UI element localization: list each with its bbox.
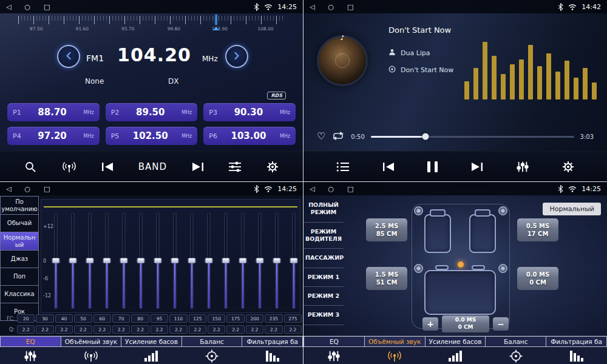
playlist-icon[interactable] xyxy=(336,161,350,172)
radio-preset-P4[interactable]: P497.20MHz xyxy=(7,127,100,145)
tab-eq-sliders[interactable]: EQ xyxy=(0,336,61,347)
tab-filter-bars[interactable]: Фильтрация ба xyxy=(546,336,607,347)
bass-boost-icon[interactable] xyxy=(425,350,486,362)
eq-slider-knob[interactable] xyxy=(69,258,77,263)
balance-target-icon[interactable] xyxy=(486,349,546,363)
eq-band-slider[interactable] xyxy=(154,213,162,309)
surround-mode-item[interactable]: РЕЖИМ 3 xyxy=(304,306,344,325)
prev-track-icon[interactable] xyxy=(101,162,114,172)
surround-mode-item[interactable]: ПОЛНЫЙ РЕЖИМ xyxy=(304,196,344,223)
eq-band-slider[interactable] xyxy=(171,213,179,309)
tab-bass-boost[interactable]: Усиление басов xyxy=(121,336,182,347)
eq-preset-item[interactable]: Поп xyxy=(0,268,39,286)
speaker-icon[interactable] xyxy=(498,206,507,215)
surround-mode-item[interactable]: РЕЖИМ 2 xyxy=(304,287,344,306)
band-button[interactable]: BAND xyxy=(138,161,167,172)
home-icon[interactable]: ○ xyxy=(24,3,30,11)
radio-broadcast-icon[interactable] xyxy=(61,161,77,173)
tab-balance-target[interactable]: Баланс xyxy=(486,336,546,347)
eq-slider-knob[interactable] xyxy=(154,258,162,263)
tab-surround-broadcast[interactable]: Объёмный звук xyxy=(61,336,122,347)
eq-slider-knob[interactable] xyxy=(222,258,230,263)
surround-broadcast-icon[interactable] xyxy=(61,350,121,362)
prev-track-icon[interactable] xyxy=(382,162,395,172)
surround-mode-item[interactable]: ПАССАЖИР xyxy=(304,249,344,268)
tab-filter-bars[interactable]: Фильтрация ба xyxy=(242,336,303,347)
eq-band-slider[interactable] xyxy=(86,213,94,309)
recents-icon[interactable]: □ xyxy=(44,3,50,11)
speaker-icon[interactable] xyxy=(498,264,507,273)
balance-target-icon[interactable] xyxy=(181,349,242,363)
increase-delay-button[interactable]: + xyxy=(422,317,438,331)
tab-bass-boost[interactable]: Усиление басов xyxy=(426,336,486,347)
search-icon[interactable] xyxy=(24,161,36,173)
pause-button[interactable] xyxy=(427,161,438,172)
settings-gear-icon[interactable] xyxy=(562,161,574,173)
tab-eq-sliders[interactable]: EQ xyxy=(304,336,365,347)
seek-down-button[interactable] xyxy=(57,45,80,68)
eq-sliders-icon[interactable] xyxy=(304,350,364,362)
radio-preset-P1[interactable]: P188.70MHz xyxy=(7,103,100,121)
back-icon[interactable]: ◁ xyxy=(310,185,314,193)
recents-icon[interactable]: □ xyxy=(347,3,353,11)
delay-front-right[interactable]: 0.5 MS 17 CM xyxy=(517,218,558,241)
eq-preset-item[interactable]: Нормальный xyxy=(0,232,39,251)
eq-sliders-icon[interactable] xyxy=(228,161,242,172)
eq-slider-knob[interactable] xyxy=(256,258,264,263)
eq-slider-knob[interactable] xyxy=(103,258,111,263)
back-icon[interactable]: ◁ xyxy=(310,3,314,11)
recents-icon[interactable]: □ xyxy=(347,185,353,193)
eq-slider-knob[interactable] xyxy=(137,258,145,263)
radio-preset-P5[interactable]: P5102.50MHz xyxy=(106,127,198,145)
eq-sliders-icon[interactable] xyxy=(0,350,61,362)
vertical-sliders-icon[interactable] xyxy=(516,161,529,173)
delay-front-left[interactable]: 2.5 MS 85 CM xyxy=(366,218,407,241)
eq-slider-knob[interactable] xyxy=(273,258,281,263)
speaker-icon[interactable] xyxy=(414,264,423,273)
seek-up-button[interactable] xyxy=(225,45,248,68)
eq-slider-knob[interactable] xyxy=(86,258,94,263)
speaker-icon[interactable] xyxy=(414,206,423,215)
next-track-icon[interactable] xyxy=(471,162,483,172)
tab-balance-target[interactable]: Баланс xyxy=(182,336,243,347)
eq-band-slider[interactable] xyxy=(239,213,247,309)
eq-band-slider[interactable] xyxy=(256,213,264,309)
tuner-scale[interactable]: 87.5091.6095.7099.80103.90108.00 xyxy=(18,16,285,39)
eq-preset-item[interactable]: Обычай xyxy=(0,215,39,232)
surround-mode-item[interactable]: РЕЖИМ 1 xyxy=(304,268,344,287)
delay-rear-left[interactable]: 1.5 MS 51 CM xyxy=(366,267,407,290)
radio-preset-P3[interactable]: P390.30MHz xyxy=(203,103,296,121)
profile-button[interactable]: Нормальный xyxy=(543,203,601,215)
radio-preset-P2[interactable]: P289.50MHz xyxy=(106,103,198,121)
back-icon[interactable]: ◁ xyxy=(6,3,11,11)
progress-bar[interactable] xyxy=(371,136,574,138)
delay-rear-right[interactable]: 0.0 MS 0 CM xyxy=(517,267,558,290)
home-icon[interactable]: ○ xyxy=(24,185,30,193)
radio-preset-P6[interactable]: P6103.00MHz xyxy=(203,127,296,145)
eq-preset-item[interactable]: Классика xyxy=(0,286,39,303)
next-track-icon[interactable] xyxy=(192,162,204,172)
eq-band-slider[interactable] xyxy=(137,213,145,309)
progress-knob[interactable] xyxy=(422,133,429,140)
eq-slider-knob[interactable] xyxy=(290,258,298,263)
eq-slider-knob[interactable] xyxy=(188,258,196,263)
eq-preset-item[interactable]: Джаз xyxy=(0,251,39,268)
settings-gear-icon[interactable] xyxy=(266,161,279,173)
back-icon[interactable]: ◁ xyxy=(6,185,11,193)
surround-broadcast-icon[interactable] xyxy=(364,350,425,362)
recents-icon[interactable]: □ xyxy=(44,185,50,193)
eq-band-slider[interactable] xyxy=(205,213,213,309)
tab-surround-broadcast[interactable]: Объёмный звук xyxy=(365,336,426,347)
eq-band-slider[interactable] xyxy=(222,213,230,309)
decrease-delay-button[interactable]: − xyxy=(493,317,509,331)
eq-slider-knob[interactable] xyxy=(205,258,213,263)
surround-mode-item[interactable]: РЕЖИМ ВОДИТЕЛЯ xyxy=(304,223,344,249)
eq-slider-knob[interactable] xyxy=(171,258,179,263)
filter-bars-icon[interactable] xyxy=(546,350,607,362)
eq-slider-knob[interactable] xyxy=(120,258,128,263)
eq-band-slider[interactable] xyxy=(273,213,281,309)
eq-band-slider[interactable] xyxy=(69,213,77,309)
eq-band-slider[interactable] xyxy=(103,213,111,309)
filter-bars-icon[interactable] xyxy=(242,350,303,362)
eq-slider-knob[interactable] xyxy=(52,258,60,263)
